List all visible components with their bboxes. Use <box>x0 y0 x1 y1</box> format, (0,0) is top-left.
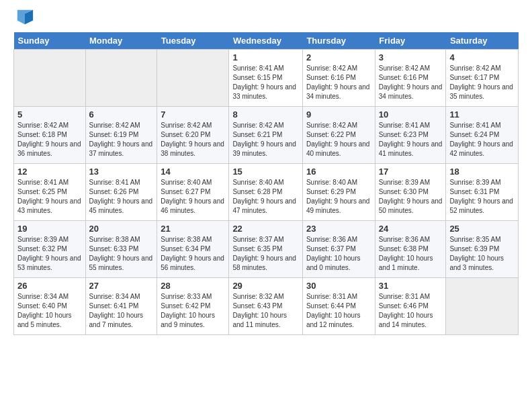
cell-content: Sunrise: 8:38 AM Sunset: 6:33 PM Dayligh… <box>89 235 154 273</box>
cell-content: Sunrise: 8:37 AM Sunset: 6:35 PM Dayligh… <box>232 235 299 273</box>
calendar-cell: 21 Sunrise: 8:38 AM Sunset: 6:34 PM Dayl… <box>157 220 229 277</box>
day-number: 21 <box>161 224 225 234</box>
cell-content: Sunrise: 8:42 AM Sunset: 6:16 PM Dayligh… <box>306 64 371 101</box>
calendar-cell: 23 Sunrise: 8:36 AM Sunset: 6:37 PM Dayl… <box>302 220 375 277</box>
weekday-header-saturday: Saturday <box>446 32 519 50</box>
calendar-cell: 7 Sunrise: 8:42 AM Sunset: 6:20 PM Dayli… <box>157 106 229 163</box>
calendar-cell: 11 Sunrise: 8:41 AM Sunset: 6:24 PM Dayl… <box>446 106 519 163</box>
day-number: 27 <box>89 281 154 291</box>
cell-content: Sunrise: 8:40 AM Sunset: 6:29 PM Dayligh… <box>306 178 371 216</box>
calendar-cell: 27 Sunrise: 8:34 AM Sunset: 6:41 PM Dayl… <box>85 277 157 334</box>
day-number: 24 <box>379 224 443 234</box>
calendar-cell: 17 Sunrise: 8:39 AM Sunset: 6:30 PM Dayl… <box>375 163 446 220</box>
calendar-cell: 31 Sunrise: 8:31 AM Sunset: 6:46 PM Dayl… <box>375 277 446 334</box>
calendar-cell: 6 Sunrise: 8:42 AM Sunset: 6:19 PM Dayli… <box>85 106 157 163</box>
calendar-cell: 25 Sunrise: 8:35 AM Sunset: 6:39 PM Dayl… <box>446 220 519 277</box>
weekday-header-friday: Friday <box>375 32 446 50</box>
calendar-cell: 9 Sunrise: 8:42 AM Sunset: 6:22 PM Dayli… <box>302 106 375 163</box>
calendar-cell: 10 Sunrise: 8:41 AM Sunset: 6:23 PM Dayl… <box>375 106 446 163</box>
cell-content: Sunrise: 8:40 AM Sunset: 6:27 PM Dayligh… <box>161 178 225 216</box>
cell-content: Sunrise: 8:31 AM Sunset: 6:46 PM Dayligh… <box>379 292 443 330</box>
day-number: 13 <box>89 167 154 177</box>
day-number: 5 <box>17 109 82 120</box>
calendar-cell: 14 Sunrise: 8:40 AM Sunset: 6:27 PM Dayl… <box>157 163 229 220</box>
cell-content: Sunrise: 8:41 AM Sunset: 6:24 PM Dayligh… <box>449 121 515 158</box>
day-number: 8 <box>232 109 299 120</box>
calendar-cell: 26 Sunrise: 8:34 AM Sunset: 6:40 PM Dayl… <box>14 277 86 334</box>
day-number: 19 <box>17 224 82 234</box>
calendar-cell: 13 Sunrise: 8:41 AM Sunset: 6:26 PM Dayl… <box>85 163 157 220</box>
calendar-cell <box>157 49 229 106</box>
cell-content: Sunrise: 8:42 AM Sunset: 6:21 PM Dayligh… <box>232 121 299 158</box>
calendar-cell: 3 Sunrise: 8:42 AM Sunset: 6:16 PM Dayli… <box>375 49 446 106</box>
day-number: 12 <box>17 167 82 177</box>
calendar-cell <box>85 49 157 106</box>
weekday-header-monday: Monday <box>85 32 157 50</box>
day-number: 30 <box>306 281 371 291</box>
cell-content: Sunrise: 8:33 AM Sunset: 6:42 PM Dayligh… <box>161 292 225 330</box>
day-number: 1 <box>232 52 299 62</box>
weekday-header-sunday: Sunday <box>14 32 86 50</box>
calendar-cell: 15 Sunrise: 8:40 AM Sunset: 6:28 PM Dayl… <box>229 163 303 220</box>
calendar-cell <box>446 277 519 334</box>
cell-content: Sunrise: 8:41 AM Sunset: 6:23 PM Dayligh… <box>379 121 443 158</box>
logo <box>13 7 34 29</box>
day-number: 14 <box>161 167 225 177</box>
calendar-cell: 24 Sunrise: 8:36 AM Sunset: 6:38 PM Dayl… <box>375 220 446 277</box>
calendar-cell: 8 Sunrise: 8:42 AM Sunset: 6:21 PM Dayli… <box>229 106 303 163</box>
day-number: 15 <box>232 167 299 177</box>
day-number: 6 <box>89 109 154 120</box>
day-number: 29 <box>232 281 299 291</box>
calendar-cell: 18 Sunrise: 8:39 AM Sunset: 6:31 PM Dayl… <box>446 163 519 220</box>
cell-content: Sunrise: 8:36 AM Sunset: 6:37 PM Dayligh… <box>306 235 371 273</box>
cell-content: Sunrise: 8:42 AM Sunset: 6:16 PM Dayligh… <box>379 64 443 101</box>
day-number: 2 <box>306 52 371 62</box>
cell-content: Sunrise: 8:39 AM Sunset: 6:31 PM Dayligh… <box>449 178 515 216</box>
weekday-header-wednesday: Wednesday <box>229 32 303 50</box>
calendar-cell <box>14 49 86 106</box>
cell-content: Sunrise: 8:34 AM Sunset: 6:40 PM Dayligh… <box>17 292 82 330</box>
day-number: 10 <box>379 109 443 120</box>
calendar-cell: 5 Sunrise: 8:42 AM Sunset: 6:18 PM Dayli… <box>14 106 86 163</box>
day-number: 26 <box>17 281 82 291</box>
cell-content: Sunrise: 8:42 AM Sunset: 6:20 PM Dayligh… <box>161 121 225 158</box>
cell-content: Sunrise: 8:41 AM Sunset: 6:25 PM Dayligh… <box>17 178 82 216</box>
day-number: 17 <box>379 167 443 177</box>
day-number: 18 <box>449 167 515 177</box>
day-number: 23 <box>306 224 371 234</box>
cell-content: Sunrise: 8:40 AM Sunset: 6:28 PM Dayligh… <box>232 178 299 216</box>
cell-content: Sunrise: 8:42 AM Sunset: 6:22 PM Dayligh… <box>306 121 371 158</box>
cell-content: Sunrise: 8:42 AM Sunset: 6:17 PM Dayligh… <box>449 64 515 101</box>
header <box>0 0 532 32</box>
day-number: 7 <box>161 109 225 120</box>
calendar-cell: 29 Sunrise: 8:32 AM Sunset: 6:43 PM Dayl… <box>229 277 303 334</box>
day-number: 11 <box>449 109 515 120</box>
day-number: 16 <box>306 167 371 177</box>
calendar-cell: 16 Sunrise: 8:40 AM Sunset: 6:29 PM Dayl… <box>302 163 375 220</box>
day-number: 22 <box>232 224 299 234</box>
cell-content: Sunrise: 8:39 AM Sunset: 6:30 PM Dayligh… <box>379 178 443 216</box>
cell-content: Sunrise: 8:36 AM Sunset: 6:38 PM Dayligh… <box>379 235 443 273</box>
cell-content: Sunrise: 8:35 AM Sunset: 6:39 PM Dayligh… <box>449 235 515 273</box>
cell-content: Sunrise: 8:34 AM Sunset: 6:41 PM Dayligh… <box>89 292 154 330</box>
calendar-cell: 19 Sunrise: 8:39 AM Sunset: 6:32 PM Dayl… <box>14 220 86 277</box>
calendar: SundayMondayTuesdayWednesdayThursdayFrid… <box>13 32 519 335</box>
cell-content: Sunrise: 8:42 AM Sunset: 6:18 PM Dayligh… <box>17 121 82 158</box>
day-number: 28 <box>161 281 225 291</box>
calendar-cell: 12 Sunrise: 8:41 AM Sunset: 6:25 PM Dayl… <box>14 163 86 220</box>
calendar-cell: 28 Sunrise: 8:33 AM Sunset: 6:42 PM Dayl… <box>157 277 229 334</box>
day-number: 3 <box>379 52 443 62</box>
calendar-cell: 22 Sunrise: 8:37 AM Sunset: 6:35 PM Dayl… <box>229 220 303 277</box>
calendar-cell: 4 Sunrise: 8:42 AM Sunset: 6:17 PM Dayli… <box>446 49 519 106</box>
day-number: 20 <box>89 224 154 234</box>
calendar-cell: 30 Sunrise: 8:31 AM Sunset: 6:44 PM Dayl… <box>302 277 375 334</box>
cell-content: Sunrise: 8:41 AM Sunset: 6:26 PM Dayligh… <box>89 178 154 216</box>
weekday-header-tuesday: Tuesday <box>157 32 229 50</box>
weekday-header-thursday: Thursday <box>302 32 375 50</box>
day-number: 9 <box>306 109 371 120</box>
day-number: 31 <box>379 281 443 291</box>
cell-content: Sunrise: 8:38 AM Sunset: 6:34 PM Dayligh… <box>161 235 225 273</box>
day-number: 25 <box>449 224 515 234</box>
calendar-cell: 2 Sunrise: 8:42 AM Sunset: 6:16 PM Dayli… <box>302 49 375 106</box>
cell-content: Sunrise: 8:42 AM Sunset: 6:19 PM Dayligh… <box>89 121 154 158</box>
